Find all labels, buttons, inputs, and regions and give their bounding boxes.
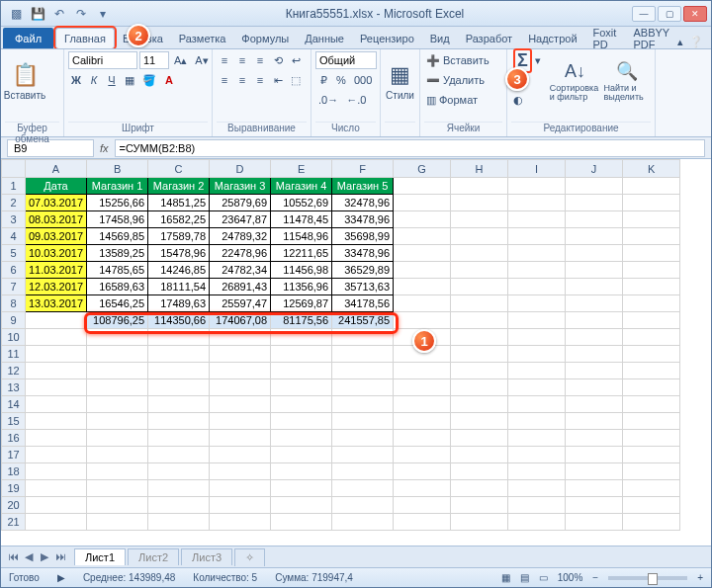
- row-header[interactable]: 14: [2, 396, 26, 413]
- row-header[interactable]: 6: [2, 262, 26, 279]
- cell[interactable]: [210, 480, 271, 497]
- cell[interactable]: [148, 430, 210, 447]
- indent-dec-icon[interactable]: ⇤: [270, 71, 286, 89]
- cell[interactable]: [210, 463, 271, 480]
- cell[interactable]: [566, 379, 623, 396]
- cell[interactable]: [508, 379, 566, 396]
- row-header[interactable]: 15: [2, 413, 26, 430]
- cell[interactable]: [451, 228, 508, 245]
- col-header[interactable]: E: [271, 160, 332, 178]
- styles-button[interactable]: ▦ Стили: [385, 51, 415, 111]
- cell[interactable]: 10.03.2017: [26, 245, 87, 262]
- zoom-in-icon[interactable]: +: [697, 572, 703, 583]
- cell[interactable]: [451, 295, 508, 312]
- cell[interactable]: 16589,63: [87, 279, 148, 295]
- cell[interactable]: [148, 329, 210, 346]
- cell[interactable]: 23647,87: [210, 211, 271, 228]
- cell[interactable]: [394, 480, 451, 497]
- cell[interactable]: [26, 497, 87, 514]
- cell[interactable]: [623, 312, 680, 329]
- cell[interactable]: [451, 178, 508, 195]
- col-header[interactable]: G: [394, 160, 451, 178]
- tab-view[interactable]: Вид: [422, 28, 458, 48]
- cell[interactable]: [623, 211, 680, 228]
- autosum-dropdown-icon[interactable]: ▾: [535, 54, 541, 67]
- cell[interactable]: [623, 463, 680, 480]
- cell[interactable]: [508, 329, 566, 346]
- cell[interactable]: [271, 413, 332, 430]
- cell[interactable]: [566, 413, 623, 430]
- cell[interactable]: 114350,66: [148, 312, 210, 329]
- cell[interactable]: [508, 245, 566, 262]
- cell[interactable]: [394, 413, 451, 430]
- cell[interactable]: [87, 514, 148, 531]
- cell[interactable]: [210, 329, 271, 346]
- cell[interactable]: 15478,96: [148, 245, 210, 262]
- cell[interactable]: [623, 295, 680, 312]
- tab-foxit[interactable]: Foxit PD: [585, 28, 626, 48]
- cell[interactable]: 11.03.2017: [26, 262, 87, 279]
- insert-cells-button[interactable]: ➕Вставить: [424, 51, 491, 69]
- cell[interactable]: [623, 178, 680, 195]
- cell[interactable]: [148, 480, 210, 497]
- cell[interactable]: [394, 396, 451, 413]
- row-header[interactable]: 1: [2, 178, 26, 195]
- cell[interactable]: [451, 195, 508, 211]
- cell[interactable]: 12211,65: [271, 245, 332, 262]
- status-macro-icon[interactable]: ▶: [57, 572, 65, 583]
- cell[interactable]: [394, 363, 451, 379]
- cell[interactable]: 08.03.2017: [26, 211, 87, 228]
- cell[interactable]: [451, 211, 508, 228]
- new-sheet-button[interactable]: ✧: [234, 548, 265, 566]
- cell[interactable]: 14246,85: [148, 262, 210, 279]
- worksheet-area[interactable]: A B C D E F G H I J K 1 Дата Магазин 1 М…: [1, 159, 711, 546]
- cell[interactable]: [566, 363, 623, 379]
- cell[interactable]: [623, 228, 680, 245]
- cell[interactable]: [87, 497, 148, 514]
- cell[interactable]: 108796,25: [87, 312, 148, 329]
- cell[interactable]: [87, 480, 148, 497]
- cell[interactable]: [332, 413, 394, 430]
- cell[interactable]: [332, 346, 394, 363]
- cell[interactable]: [87, 363, 148, 379]
- cell[interactable]: 11478,45: [271, 211, 332, 228]
- cell[interactable]: [26, 480, 87, 497]
- cell[interactable]: [508, 497, 566, 514]
- cell[interactable]: [148, 379, 210, 396]
- cell[interactable]: [566, 396, 623, 413]
- cell[interactable]: [508, 396, 566, 413]
- cell[interactable]: [271, 497, 332, 514]
- sort-filter-button[interactable]: A↓ Сортировка и фильтр: [550, 51, 601, 111]
- cell[interactable]: 33478,96: [332, 245, 394, 262]
- cell[interactable]: [451, 346, 508, 363]
- cell[interactable]: [451, 312, 508, 329]
- cell[interactable]: [623, 396, 680, 413]
- cell[interactable]: [566, 262, 623, 279]
- col-header[interactable]: H: [451, 160, 508, 178]
- cell[interactable]: [332, 396, 394, 413]
- sheet-nav-next-icon[interactable]: ▶: [37, 550, 52, 563]
- cell[interactable]: [451, 245, 508, 262]
- cell[interactable]: [451, 463, 508, 480]
- delete-cells-button[interactable]: ➖Удалить: [424, 71, 491, 89]
- row-header[interactable]: 16: [2, 430, 26, 447]
- cell[interactable]: [508, 195, 566, 211]
- cell[interactable]: [26, 379, 87, 396]
- wrap-text-button[interactable]: ↩: [288, 51, 304, 69]
- row-header[interactable]: 3: [2, 211, 26, 228]
- cell[interactable]: [394, 245, 451, 262]
- sheet-tab[interactable]: Лист2: [128, 548, 179, 565]
- cell[interactable]: [394, 430, 451, 447]
- row-header[interactable]: 12: [2, 363, 26, 379]
- cell[interactable]: [566, 346, 623, 363]
- redo-icon[interactable]: ↷: [72, 5, 90, 23]
- close-button[interactable]: ✕: [683, 6, 707, 22]
- cell[interactable]: [566, 312, 623, 329]
- cell[interactable]: 33478,96: [332, 211, 394, 228]
- view-normal-icon[interactable]: ▦: [501, 572, 510, 583]
- cell[interactable]: [508, 346, 566, 363]
- cell[interactable]: [394, 295, 451, 312]
- italic-button[interactable]: К: [86, 71, 102, 89]
- cell[interactable]: 32478,96: [332, 195, 394, 211]
- cell[interactable]: [26, 396, 87, 413]
